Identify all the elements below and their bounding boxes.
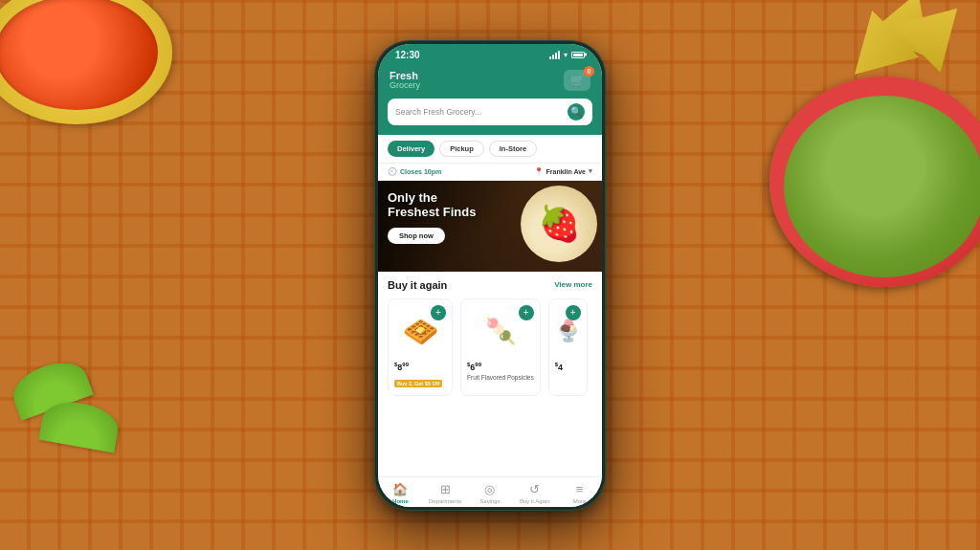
status-time: 12:30 xyxy=(395,50,420,60)
search-icon: 🔍 xyxy=(570,106,582,117)
section-title: Buy it again xyxy=(388,279,447,291)
tab-pickup[interactable]: Pickup xyxy=(439,141,484,157)
location-selector[interactable]: 📍 Franklin Ave ▾ xyxy=(534,167,593,176)
product-card-waffles: 🧇 + $899 Buy 2, Get $5 Off xyxy=(388,298,453,396)
logo-grocery-text: Grocery xyxy=(390,81,420,91)
waffle-promo-badge: Buy 2, Get $5 Off xyxy=(394,380,442,387)
buy-again-section: Buy it again View more 🧇 + $899 Buy 2, G… xyxy=(378,272,602,476)
nav-more-label: More xyxy=(573,498,587,504)
product-image-area-3: 🍨 + xyxy=(555,305,581,358)
strawberry-emoji: 🍓 xyxy=(538,207,581,241)
battery-fill xyxy=(573,54,583,56)
waffle-emoji: 🧇 xyxy=(403,315,438,348)
hero-cta-button[interactable]: Shop now xyxy=(388,228,445,244)
waffle-price: $899 xyxy=(394,362,446,372)
third-price: $4 xyxy=(555,362,581,372)
popsicle-emoji: 🍡 xyxy=(485,317,516,346)
nav-home-label: Home xyxy=(392,498,409,504)
more-icon: ≡ xyxy=(576,482,584,496)
store-hours: 🕙 Closes 10pm xyxy=(388,167,441,176)
app-logo: Fresh Grocery xyxy=(390,70,420,91)
hero-text: Only the Freshest Finds Shop now xyxy=(388,190,476,244)
phone-wrapper: 12:30 ▾ Fresh xyxy=(375,41,605,510)
cart-badge: 0 xyxy=(584,66,594,77)
status-bar: 12:30 ▾ xyxy=(378,44,602,64)
phone-device: 12:30 ▾ Fresh xyxy=(375,41,605,510)
battery-icon xyxy=(571,52,585,58)
logo-fresh-text: Fresh xyxy=(390,70,420,81)
tab-delivery[interactable]: Delivery xyxy=(388,141,434,157)
app-header: Fresh Grocery 🛒 0 xyxy=(378,64,602,99)
nav-home[interactable]: 🏠 Home xyxy=(378,482,423,504)
pin-icon: 📍 xyxy=(534,167,544,176)
wifi-icon: ▾ xyxy=(564,51,568,59)
hero-food-image: 🍓 xyxy=(521,186,597,262)
view-more-link[interactable]: View more xyxy=(554,280,592,289)
nav-departments[interactable]: ⊞ Departments xyxy=(423,482,468,504)
location-name: Franklin Ave xyxy=(546,168,587,175)
hero-title: Only the Freshest Finds xyxy=(388,190,476,220)
cart-button[interactable]: 🛒 0 xyxy=(564,70,590,91)
add-to-cart-waffles[interactable]: + xyxy=(431,305,446,320)
closes-text: Closes 10pm xyxy=(400,168,441,175)
nav-buy-again-label: Buy it Again xyxy=(520,498,550,504)
search-submit-button[interactable]: 🔍 xyxy=(568,103,585,121)
departments-icon: ⊞ xyxy=(440,482,451,496)
search-bar[interactable]: Search Fresh Grocery... 🔍 xyxy=(388,99,592,125)
chevron-down-icon: ▾ xyxy=(589,167,592,175)
home-icon: 🏠 xyxy=(392,482,408,496)
nav-savings[interactable]: ◎ Savings xyxy=(468,482,513,504)
popsicle-name: Fruit Flavored Popsicles xyxy=(467,374,534,382)
bottom-nav: 🏠 Home ⊞ Departments ◎ Savings ↺ Buy it … xyxy=(378,476,602,507)
add-to-cart-third[interactable]: + xyxy=(566,305,581,320)
third-product-emoji: 🍨 xyxy=(555,319,581,343)
product-card-popsicles: 🍡 + $699 Fruit Flavored Popsicles xyxy=(460,298,541,396)
cart-icon: 🛒 xyxy=(570,74,585,87)
hero-banner: Only the Freshest Finds Shop now 🍓 xyxy=(378,181,602,272)
products-row: 🧇 + $899 Buy 2, Get $5 Off 🍡 + xyxy=(388,298,592,396)
tab-in-store[interactable]: In-Store xyxy=(489,141,537,157)
nav-departments-label: Departments xyxy=(429,498,461,504)
search-placeholder: Search Fresh Grocery... xyxy=(395,107,563,117)
add-to-cart-popsicles[interactable]: + xyxy=(519,305,534,320)
strawberry-visual: 🍓 xyxy=(521,186,597,262)
delivery-tabs: Delivery Pickup In-Store xyxy=(378,135,602,164)
nav-savings-label: Savings xyxy=(479,498,500,504)
location-bar: 🕙 Closes 10pm 📍 Franklin Ave ▾ xyxy=(378,164,602,181)
clock-icon: 🕙 xyxy=(388,167,397,176)
product-image-area-2: 🍡 + xyxy=(467,305,534,358)
savings-icon: ◎ xyxy=(484,482,495,496)
section-header: Buy it again View more xyxy=(388,279,592,291)
buy-again-icon: ↺ xyxy=(529,482,540,496)
nav-more[interactable]: ≡ More xyxy=(557,482,602,504)
product-card-partial: 🍨 + $4 xyxy=(548,298,588,396)
product-image-area: 🧇 + xyxy=(394,305,446,358)
phone-screen: 12:30 ▾ Fresh xyxy=(378,44,602,507)
search-section: Search Fresh Grocery... 🔍 xyxy=(378,99,602,135)
status-icons: ▾ xyxy=(549,51,585,59)
nav-buy-again[interactable]: ↺ Buy it Again xyxy=(512,482,557,504)
signal-icon xyxy=(549,51,560,59)
popsicle-price: $699 xyxy=(467,362,534,372)
